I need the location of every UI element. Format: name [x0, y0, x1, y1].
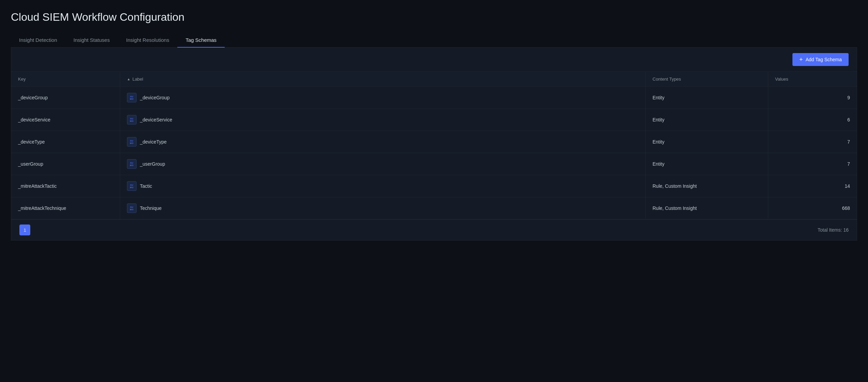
cell-values: 7 [768, 131, 857, 153]
column-label[interactable]: ▲ Label [120, 72, 646, 86]
page-title: Cloud SIEM Workflow Configuration [11, 11, 857, 23]
row-4-key: _mitreAttackTactic [18, 183, 57, 189]
cell-key: _userGroup [11, 153, 120, 175]
content-area: + Add Tag Schema Key ▲ Label Content Typ… [11, 48, 857, 240]
cell-values: 14 [768, 175, 857, 197]
row-3-content-types: Entity [653, 161, 664, 167]
sumo-logo-icon: SU MO [127, 137, 136, 147]
cell-label: SU MO _deviceGroup [120, 87, 646, 109]
cell-key: _deviceGroup [11, 87, 120, 109]
tab-insight-statuses[interactable]: Insight Statuses [65, 33, 118, 48]
cell-content-types: Entity [646, 109, 768, 131]
cell-label: SU MO _deviceService [120, 109, 646, 131]
cell-key: _mitreAttackTactic [11, 175, 120, 197]
add-tag-schema-button[interactable]: + Add Tag Schema [792, 53, 849, 66]
row-5-label: Technique [140, 205, 162, 211]
row-5-values: 668 [842, 205, 850, 211]
page-number: 1 [23, 228, 26, 233]
column-content-types-label: Content Types [653, 77, 681, 82]
row-0-values: 9 [847, 95, 850, 100]
cell-label: SU MO Tactic [120, 175, 646, 197]
column-label-label: Label [132, 77, 143, 82]
cell-values: 6 [768, 109, 857, 131]
row-0-key: _deviceGroup [18, 95, 48, 100]
row-3-label: _userGroup [140, 161, 165, 167]
cell-key: _mitreAttackTechnique [11, 197, 120, 219]
row-5-content-types: Rule, Custom Insight [653, 205, 697, 211]
table-row[interactable]: _mitreAttackTechnique SU MO Technique Ru… [11, 197, 857, 219]
pagination-bar: 1 Total Items: 16 [11, 219, 857, 240]
tab-tag-schemas[interactable]: Tag Schemas [177, 33, 225, 48]
row-3-key: _userGroup [18, 161, 43, 167]
cell-content-types: Entity [646, 153, 768, 175]
row-2-label: _deviceType [140, 139, 167, 145]
toolbar: + Add Tag Schema [11, 48, 857, 72]
row-1-values: 6 [847, 117, 850, 122]
row-4-content-types: Rule, Custom Insight [653, 183, 697, 189]
total-items-label: Total Items: 16 [818, 227, 849, 233]
row-0-content-types: Entity [653, 95, 664, 100]
table-row[interactable]: _userGroup SU MO _userGroup Entity 7 [11, 153, 857, 175]
page-1-button[interactable]: 1 [19, 225, 30, 235]
table-row[interactable]: _deviceGroup SU MO _deviceGroup Entity 9 [11, 87, 857, 109]
cell-values: 7 [768, 153, 857, 175]
row-2-content-types: Entity [653, 139, 664, 145]
tab-insight-resolutions[interactable]: Insight Resolutions [118, 33, 177, 48]
row-2-key: _deviceType [18, 139, 45, 145]
row-3-values: 7 [847, 161, 850, 167]
table-header: Key ▲ Label Content Types Values [11, 72, 857, 87]
add-button-label: Add Tag Schema [806, 57, 842, 62]
plus-icon: + [799, 56, 803, 63]
tab-insight-detection[interactable]: Insight Detection [11, 33, 65, 48]
cell-label: SU MO _userGroup [120, 153, 646, 175]
table-row[interactable]: _deviceType SU MO _deviceType Entity 7 [11, 131, 857, 153]
sumo-logo-icon: SU MO [127, 159, 136, 169]
cell-content-types: Rule, Custom Insight [646, 197, 768, 219]
cell-label: SU MO _deviceType [120, 131, 646, 153]
cell-values: 9 [768, 87, 857, 109]
tag-schema-table: Key ▲ Label Content Types Values _device… [11, 72, 857, 219]
row-1-content-types: Entity [653, 117, 664, 122]
column-values-label: Values [775, 77, 788, 82]
cell-label: SU MO Technique [120, 197, 646, 219]
column-values: Values [768, 72, 857, 86]
cell-values: 668 [768, 197, 857, 219]
row-4-label: Tactic [140, 183, 152, 189]
cell-key: _deviceService [11, 109, 120, 131]
tabs-nav: Insight Detection Insight Statuses Insig… [11, 33, 857, 48]
page-container: Cloud SIEM Workflow Configuration Insigh… [0, 0, 868, 382]
row-1-label: _deviceService [140, 117, 172, 122]
cell-content-types: Entity [646, 87, 768, 109]
cell-content-types: Entity [646, 131, 768, 153]
column-key: Key [11, 72, 120, 86]
sumo-logo-icon: SU MO [127, 93, 136, 102]
table-row[interactable]: _mitreAttackTactic SU MO Tactic Rule, Cu… [11, 175, 857, 197]
row-4-values: 14 [845, 183, 850, 189]
row-2-values: 7 [847, 139, 850, 145]
sumo-logo-icon: SU MO [127, 115, 136, 124]
column-key-label: Key [18, 77, 26, 82]
sort-asc-icon: ▲ [127, 77, 130, 81]
column-content-types: Content Types [646, 72, 768, 86]
sumo-logo-icon: SU MO [127, 181, 136, 191]
cell-content-types: Rule, Custom Insight [646, 175, 768, 197]
sumo-logo-icon: SU MO [127, 203, 136, 213]
row-5-key: _mitreAttackTechnique [18, 205, 66, 211]
cell-key: _deviceType [11, 131, 120, 153]
row-0-label: _deviceGroup [140, 95, 170, 100]
table-row[interactable]: _deviceService SU MO _deviceService Enti… [11, 109, 857, 131]
row-1-key: _deviceService [18, 117, 50, 122]
